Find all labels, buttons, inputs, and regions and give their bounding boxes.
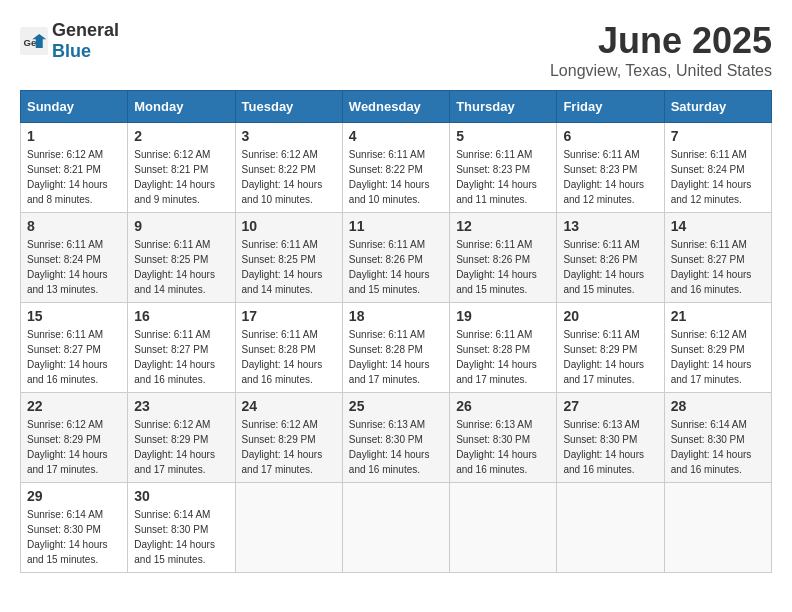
day-number: 25 bbox=[349, 398, 443, 414]
calendar-cell: 25Sunrise: 6:13 AMSunset: 8:30 PMDayligh… bbox=[342, 393, 449, 483]
col-monday: Monday bbox=[128, 91, 235, 123]
day-number: 12 bbox=[456, 218, 550, 234]
day-number: 1 bbox=[27, 128, 121, 144]
day-info: Sunrise: 6:11 AMSunset: 8:24 PMDaylight:… bbox=[671, 147, 765, 207]
day-info: Sunrise: 6:12 AMSunset: 8:21 PMDaylight:… bbox=[27, 147, 121, 207]
day-number: 7 bbox=[671, 128, 765, 144]
day-number: 8 bbox=[27, 218, 121, 234]
day-info: Sunrise: 6:12 AMSunset: 8:29 PMDaylight:… bbox=[27, 417, 121, 477]
calendar-cell: 28Sunrise: 6:14 AMSunset: 8:30 PMDayligh… bbox=[664, 393, 771, 483]
logo-general: General bbox=[52, 20, 119, 40]
day-number: 19 bbox=[456, 308, 550, 324]
calendar-cell: 9Sunrise: 6:11 AMSunset: 8:25 PMDaylight… bbox=[128, 213, 235, 303]
day-info: Sunrise: 6:11 AMSunset: 8:27 PMDaylight:… bbox=[134, 327, 228, 387]
day-info: Sunrise: 6:11 AMSunset: 8:25 PMDaylight:… bbox=[242, 237, 336, 297]
col-friday: Friday bbox=[557, 91, 664, 123]
logo: Gen General Blue bbox=[20, 20, 119, 62]
calendar-cell: 22Sunrise: 6:12 AMSunset: 8:29 PMDayligh… bbox=[21, 393, 128, 483]
day-info: Sunrise: 6:14 AMSunset: 8:30 PMDaylight:… bbox=[134, 507, 228, 567]
day-info: Sunrise: 6:11 AMSunset: 8:26 PMDaylight:… bbox=[456, 237, 550, 297]
day-number: 17 bbox=[242, 308, 336, 324]
calendar-cell: 29Sunrise: 6:14 AMSunset: 8:30 PMDayligh… bbox=[21, 483, 128, 573]
col-thursday: Thursday bbox=[450, 91, 557, 123]
day-number: 24 bbox=[242, 398, 336, 414]
day-info: Sunrise: 6:13 AMSunset: 8:30 PMDaylight:… bbox=[563, 417, 657, 477]
calendar-cell: 27Sunrise: 6:13 AMSunset: 8:30 PMDayligh… bbox=[557, 393, 664, 483]
calendar-row-1: 1Sunrise: 6:12 AMSunset: 8:21 PMDaylight… bbox=[21, 123, 772, 213]
day-info: Sunrise: 6:11 AMSunset: 8:28 PMDaylight:… bbox=[349, 327, 443, 387]
day-number: 26 bbox=[456, 398, 550, 414]
calendar-cell: 5Sunrise: 6:11 AMSunset: 8:23 PMDaylight… bbox=[450, 123, 557, 213]
day-info: Sunrise: 6:11 AMSunset: 8:26 PMDaylight:… bbox=[563, 237, 657, 297]
calendar-cell: 6Sunrise: 6:11 AMSunset: 8:23 PMDaylight… bbox=[557, 123, 664, 213]
day-info: Sunrise: 6:13 AMSunset: 8:30 PMDaylight:… bbox=[349, 417, 443, 477]
day-info: Sunrise: 6:11 AMSunset: 8:28 PMDaylight:… bbox=[242, 327, 336, 387]
calendar-cell: 3Sunrise: 6:12 AMSunset: 8:22 PMDaylight… bbox=[235, 123, 342, 213]
day-info: Sunrise: 6:11 AMSunset: 8:24 PMDaylight:… bbox=[27, 237, 121, 297]
month-title: June 2025 bbox=[550, 20, 772, 62]
day-number: 18 bbox=[349, 308, 443, 324]
day-number: 5 bbox=[456, 128, 550, 144]
day-info: Sunrise: 6:14 AMSunset: 8:30 PMDaylight:… bbox=[27, 507, 121, 567]
day-info: Sunrise: 6:11 AMSunset: 8:23 PMDaylight:… bbox=[563, 147, 657, 207]
day-info: Sunrise: 6:11 AMSunset: 8:23 PMDaylight:… bbox=[456, 147, 550, 207]
calendar-cell: 2Sunrise: 6:12 AMSunset: 8:21 PMDaylight… bbox=[128, 123, 235, 213]
calendar-cell: 15Sunrise: 6:11 AMSunset: 8:27 PMDayligh… bbox=[21, 303, 128, 393]
day-number: 4 bbox=[349, 128, 443, 144]
calendar-cell: 7Sunrise: 6:11 AMSunset: 8:24 PMDaylight… bbox=[664, 123, 771, 213]
calendar-cell: 12Sunrise: 6:11 AMSunset: 8:26 PMDayligh… bbox=[450, 213, 557, 303]
day-info: Sunrise: 6:11 AMSunset: 8:27 PMDaylight:… bbox=[27, 327, 121, 387]
calendar-cell: 16Sunrise: 6:11 AMSunset: 8:27 PMDayligh… bbox=[128, 303, 235, 393]
calendar-cell: 4Sunrise: 6:11 AMSunset: 8:22 PMDaylight… bbox=[342, 123, 449, 213]
calendar-cell bbox=[557, 483, 664, 573]
calendar-cell: 19Sunrise: 6:11 AMSunset: 8:28 PMDayligh… bbox=[450, 303, 557, 393]
day-info: Sunrise: 6:11 AMSunset: 8:25 PMDaylight:… bbox=[134, 237, 228, 297]
calendar-cell: 8Sunrise: 6:11 AMSunset: 8:24 PMDaylight… bbox=[21, 213, 128, 303]
calendar-cell: 23Sunrise: 6:12 AMSunset: 8:29 PMDayligh… bbox=[128, 393, 235, 483]
calendar-cell bbox=[235, 483, 342, 573]
day-info: Sunrise: 6:11 AMSunset: 8:29 PMDaylight:… bbox=[563, 327, 657, 387]
day-info: Sunrise: 6:12 AMSunset: 8:22 PMDaylight:… bbox=[242, 147, 336, 207]
day-number: 28 bbox=[671, 398, 765, 414]
calendar-cell: 1Sunrise: 6:12 AMSunset: 8:21 PMDaylight… bbox=[21, 123, 128, 213]
calendar-cell bbox=[342, 483, 449, 573]
calendar-cell: 18Sunrise: 6:11 AMSunset: 8:28 PMDayligh… bbox=[342, 303, 449, 393]
calendar-cell: 20Sunrise: 6:11 AMSunset: 8:29 PMDayligh… bbox=[557, 303, 664, 393]
logo-icon: Gen bbox=[20, 27, 48, 55]
calendar-cell bbox=[664, 483, 771, 573]
col-tuesday: Tuesday bbox=[235, 91, 342, 123]
calendar-cell: 10Sunrise: 6:11 AMSunset: 8:25 PMDayligh… bbox=[235, 213, 342, 303]
day-info: Sunrise: 6:11 AMSunset: 8:27 PMDaylight:… bbox=[671, 237, 765, 297]
calendar-cell: 13Sunrise: 6:11 AMSunset: 8:26 PMDayligh… bbox=[557, 213, 664, 303]
calendar-row-4: 22Sunrise: 6:12 AMSunset: 8:29 PMDayligh… bbox=[21, 393, 772, 483]
calendar-cell: 24Sunrise: 6:12 AMSunset: 8:29 PMDayligh… bbox=[235, 393, 342, 483]
day-info: Sunrise: 6:11 AMSunset: 8:26 PMDaylight:… bbox=[349, 237, 443, 297]
day-number: 6 bbox=[563, 128, 657, 144]
col-saturday: Saturday bbox=[664, 91, 771, 123]
calendar-cell: 26Sunrise: 6:13 AMSunset: 8:30 PMDayligh… bbox=[450, 393, 557, 483]
day-number: 30 bbox=[134, 488, 228, 504]
col-wednesday: Wednesday bbox=[342, 91, 449, 123]
day-number: 23 bbox=[134, 398, 228, 414]
day-number: 11 bbox=[349, 218, 443, 234]
day-info: Sunrise: 6:12 AMSunset: 8:29 PMDaylight:… bbox=[671, 327, 765, 387]
day-number: 9 bbox=[134, 218, 228, 234]
calendar-header-row: Sunday Monday Tuesday Wednesday Thursday… bbox=[21, 91, 772, 123]
logo-blue: Blue bbox=[52, 41, 91, 61]
calendar-row-5: 29Sunrise: 6:14 AMSunset: 8:30 PMDayligh… bbox=[21, 483, 772, 573]
calendar-row-2: 8Sunrise: 6:11 AMSunset: 8:24 PMDaylight… bbox=[21, 213, 772, 303]
day-number: 13 bbox=[563, 218, 657, 234]
calendar-cell: 14Sunrise: 6:11 AMSunset: 8:27 PMDayligh… bbox=[664, 213, 771, 303]
location-title: Longview, Texas, United States bbox=[550, 62, 772, 80]
day-info: Sunrise: 6:11 AMSunset: 8:22 PMDaylight:… bbox=[349, 147, 443, 207]
calendar-cell: 17Sunrise: 6:11 AMSunset: 8:28 PMDayligh… bbox=[235, 303, 342, 393]
day-number: 29 bbox=[27, 488, 121, 504]
day-number: 16 bbox=[134, 308, 228, 324]
day-number: 10 bbox=[242, 218, 336, 234]
col-sunday: Sunday bbox=[21, 91, 128, 123]
calendar-table: Sunday Monday Tuesday Wednesday Thursday… bbox=[20, 90, 772, 573]
title-area: June 2025 Longview, Texas, United States bbox=[550, 20, 772, 80]
day-number: 27 bbox=[563, 398, 657, 414]
day-number: 15 bbox=[27, 308, 121, 324]
day-info: Sunrise: 6:12 AMSunset: 8:29 PMDaylight:… bbox=[242, 417, 336, 477]
